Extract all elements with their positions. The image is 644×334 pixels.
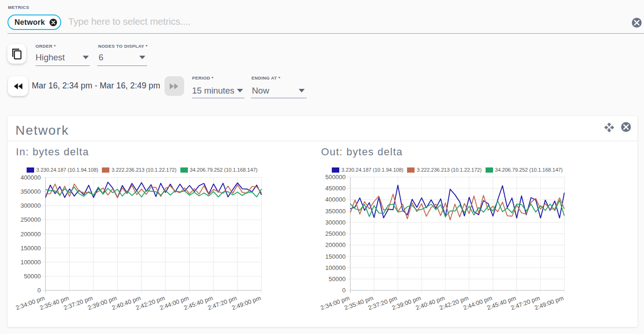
svg-text:150000: 150000 xyxy=(325,253,345,260)
svg-text:350000: 350000 xyxy=(21,188,41,195)
svg-text:0: 0 xyxy=(37,287,41,294)
svg-text:50000: 50000 xyxy=(24,273,41,280)
svg-text:100000: 100000 xyxy=(21,259,41,266)
svg-text:300000: 300000 xyxy=(325,219,345,226)
svg-text:400000: 400000 xyxy=(21,174,41,181)
svg-text:50000: 50000 xyxy=(329,276,345,283)
svg-text:500000: 500000 xyxy=(325,174,345,181)
svg-text:350000: 350000 xyxy=(325,208,345,215)
svg-text:200000: 200000 xyxy=(21,231,41,238)
svg-text:100000: 100000 xyxy=(325,264,345,271)
svg-text:0: 0 xyxy=(342,287,345,294)
svg-text:200000: 200000 xyxy=(325,241,345,248)
svg-text:250000: 250000 xyxy=(21,216,41,223)
svg-text:250000: 250000 xyxy=(325,230,345,237)
svg-text:400000: 400000 xyxy=(325,196,345,203)
svg-text:300000: 300000 xyxy=(21,202,41,209)
svg-text:150000: 150000 xyxy=(21,245,41,252)
svg-text:450000: 450000 xyxy=(325,185,345,192)
